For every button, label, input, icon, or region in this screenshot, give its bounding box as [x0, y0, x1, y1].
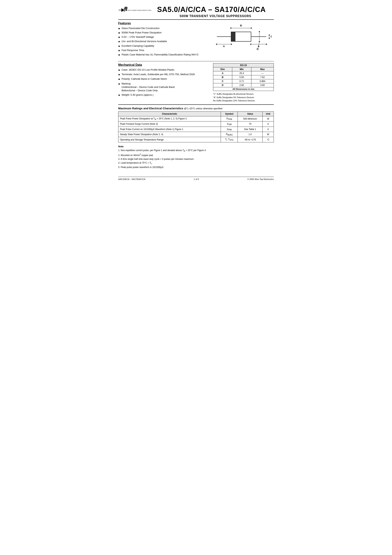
mech-text: Case: JEDEC DO-15 Low Profile Molded Pla… — [122, 68, 174, 72]
list-item: ●Plastic Case Material has UL Flammabili… — [118, 53, 209, 57]
svg-marker-30 — [269, 34, 270, 35]
list-item: ●Excellent Clamping Capability — [118, 44, 209, 48]
symbol-text: IPPM — [221, 127, 238, 132]
mech-text: Weight: 0.40 grams (approx.) — [122, 93, 153, 97]
unit-text: A — [262, 122, 274, 127]
note-item: 5. Peak pulse power waveform is 10/1000µ… — [118, 165, 274, 169]
dim-max: — — [251, 71, 274, 75]
table-row: Peak Pulse Current on 10/1000µS Waveform… — [118, 127, 274, 132]
bullet-icon: ● — [118, 40, 120, 43]
table-row: Operating and Storage Temperature Range … — [118, 137, 274, 142]
col-header-dim: Dim — [213, 67, 232, 71]
symbol-text: IFSM — [221, 122, 238, 127]
list-item: ●Fast Response Time — [118, 49, 209, 52]
list-item: ●5.0V – 170V Standoff Voltage — [118, 35, 209, 39]
unit-text: W — [262, 132, 274, 137]
svg-text:B: B — [240, 24, 242, 27]
section-divider-1 — [118, 61, 274, 61]
list-item: ● Marking:Unidirectional – Device Code a… — [118, 82, 209, 92]
characteristic-text: Operating and Storage Temperature Range — [118, 137, 221, 142]
dim-table-footer: All Dimensions in mm — [213, 87, 274, 91]
table-row: B 5.50 7.62 — [213, 75, 274, 79]
mechanical-title: Mechanical Data — [118, 63, 209, 67]
dim-letter: A — [213, 71, 232, 75]
svg-marker-1 — [121, 8, 124, 12]
unit-text: A — [262, 127, 274, 132]
page-footer: SA5.0/A/CA – SA170/A/C/CA 1 of 5 © 2002 … — [118, 177, 274, 180]
note-item: 2. Mounted on 40mm2 copper pad. — [118, 153, 274, 157]
table-row: Steady State Power Dissipation (Note 2, … — [118, 132, 274, 137]
unit-text: °C — [262, 137, 274, 142]
do15-diagram-svg: A B A C — [215, 23, 272, 56]
note-item: 1. Non-repetitive current pulse, per Fig… — [118, 148, 274, 153]
col-header-max: Max — [251, 67, 274, 71]
feature-text: Excellent Clamping Capability — [122, 44, 154, 48]
bullet-icon: ● — [118, 35, 120, 39]
symbol-text: PPPM — [221, 116, 238, 121]
value-text: See Table 1 — [238, 127, 262, 132]
header-divider — [118, 19, 274, 20]
suffix-note: No Suffix Designates 10% Tolerance Devic… — [213, 99, 274, 102]
bullet-icon: ● — [118, 53, 120, 57]
value-text: 70 — [238, 122, 262, 127]
wte-logo-icon: WTE — [118, 7, 128, 14]
suffix-note: "A" Suffix Designates 5% Tolerance Devic… — [213, 96, 274, 99]
feature-text: Uni- and Bi-Directional Versions Availab… — [122, 40, 167, 43]
svg-text:A: A — [223, 45, 225, 48]
characteristic-text: Steady State Power Dissipation (Note 2, … — [118, 132, 221, 137]
bullet-icon: ● — [118, 31, 120, 35]
dim-min: 0.71 — [232, 79, 251, 83]
svg-marker-12 — [216, 44, 217, 45]
features-section: Features ●Glass Passivated Die Construct… — [118, 22, 274, 57]
bullet-icon: ● — [118, 49, 120, 52]
section-divider-2 — [118, 104, 274, 105]
features-list: ●Glass Passivated Die Construction ●500W… — [118, 27, 209, 57]
characteristic-text: Peak Pulse Power Dissipation at TA = 25°… — [118, 116, 221, 121]
symbol-text: Ti, TSTG — [221, 137, 238, 142]
svg-marker-19 — [251, 28, 252, 29]
col-header-symbol: Symbol — [221, 111, 238, 116]
dim-table-header: DO-15 — [213, 63, 274, 67]
notes-section: Note: 1. Non-repetitive current pulse, p… — [118, 145, 274, 169]
logo-area: WTE WTE Power Semiconductors — [118, 7, 152, 14]
dim-min: 5.50 — [232, 75, 251, 79]
svg-marker-25 — [266, 44, 267, 45]
feature-text: 5.0V – 170V Standoff Voltage — [122, 35, 154, 39]
ratings-title-suffix: @Tₐ=25°C unless otherwise specified — [184, 107, 222, 110]
sub-title: 500W TRANSIENT VOLTAGE SUPPRESSORS — [157, 15, 274, 18]
value-text: 1.0 — [238, 132, 262, 137]
svg-marker-36 — [259, 31, 260, 32]
logo-subtitle: WTE Power Semiconductors — [128, 10, 152, 11]
bullet-icon: ● — [118, 82, 120, 86]
bullet-icon: ● — [118, 27, 120, 30]
list-item: ●Glass Passivated Die Construction — [118, 27, 209, 30]
svg-text:WTE: WTE — [124, 7, 127, 9]
page-header: WTE WTE Power Semiconductors SA5.0/A/C/C… — [118, 6, 274, 18]
mechanical-left: Mechanical Data ● Case: JEDEC DO-15 Low … — [118, 63, 209, 102]
dim-min: 2.60 — [232, 83, 251, 87]
ratings-table: Characteristic Symbol Value Unit Peak Pu… — [118, 111, 274, 142]
table-row: Peak Pulse Power Dissipation at TA = 25°… — [118, 116, 274, 121]
characteristic-text: Peak Forward Surge Current (Note 3) — [118, 122, 221, 127]
table-row: D 2.60 3.60 — [213, 83, 274, 87]
list-item: ●500W Peak Pulse Power Dissipation — [118, 31, 209, 35]
value-text: -65 to +175 — [238, 137, 262, 142]
dim-letter: B — [213, 75, 232, 79]
mechanical-section: Mechanical Data ● Case: JEDEC DO-15 Low … — [118, 63, 274, 102]
mech-text: Polarity: Cathode Band or Cathode Notch — [122, 77, 167, 81]
table-row: C 0.71 0.864 — [213, 79, 274, 83]
feature-text: Fast Response Time — [122, 49, 144, 52]
mech-text: Marking:Unidirectional – Device Code and… — [122, 82, 175, 92]
svg-marker-18 — [230, 28, 231, 29]
list-item: ● Terminals: Axial Leads, Solderable per… — [118, 73, 209, 76]
logo-text: WTE Power Semiconductors — [128, 9, 152, 11]
feature-text: Plastic Case Material has UL Flammabilit… — [122, 53, 198, 56]
bullet-icon: ● — [118, 77, 120, 81]
dim-min: 25.4 — [232, 71, 251, 75]
dimensions-table: Dim Min Max A 25.4 — B 5.50 7.62 — [213, 67, 274, 87]
list-item: ● Polarity: Cathode Band or Cathode Notc… — [118, 77, 209, 81]
bullet-icon: ● — [118, 44, 120, 48]
bullet-icon: ● — [118, 73, 120, 76]
features-title: Features — [118, 22, 209, 25]
col-header-characteristic: Characteristic — [118, 111, 221, 116]
